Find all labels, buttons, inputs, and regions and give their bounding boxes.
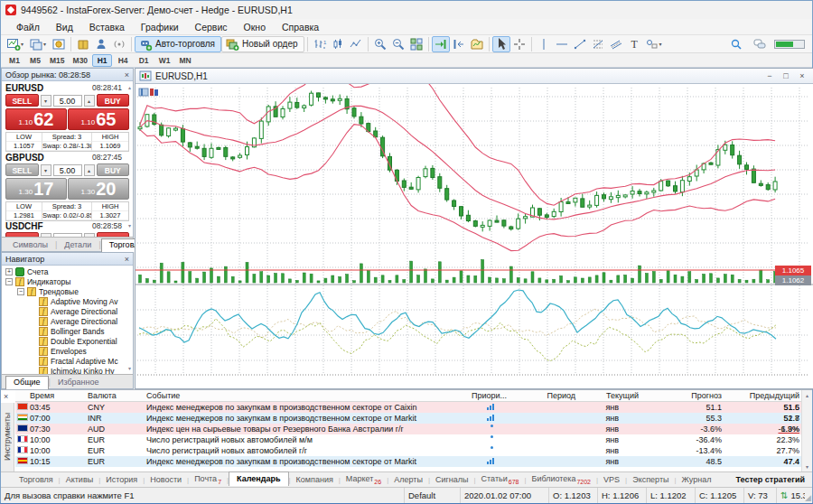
timeframe-M1[interactable]: M1 bbox=[5, 54, 24, 67]
tree-item[interactable]: fBollinger Bands bbox=[2, 326, 133, 336]
market-watch-scroll-up-icon[interactable]: ▴ bbox=[128, 84, 131, 90]
sell-button[interactable]: SELL bbox=[5, 163, 39, 176]
channel-button[interactable] bbox=[607, 36, 625, 52]
timeframe-M15[interactable]: M15 bbox=[46, 54, 69, 67]
tree-item[interactable]: +Счета bbox=[2, 266, 133, 276]
bar-chart-mode-button[interactable]: 1 bbox=[311, 36, 329, 52]
toolbox-tab-Почта[interactable]: Почта7 bbox=[189, 473, 227, 486]
tree-item[interactable]: fFractal Adaptive Mc bbox=[2, 356, 133, 366]
volume-up-button[interactable]: ▴ bbox=[84, 95, 95, 107]
chart-title-bar[interactable]: EURUSD,H1 − □ × bbox=[136, 69, 813, 84]
toolbox-side-tab[interactable]: Инструменты bbox=[1, 403, 14, 471]
tree-item[interactable]: −fТрендовые bbox=[2, 286, 133, 296]
text-label-button[interactable]: T bbox=[625, 36, 643, 52]
column-header-4[interactable]: Приори... bbox=[472, 391, 517, 400]
menu-item-Графики[interactable]: Графики bbox=[133, 20, 187, 34]
collapse-minus-icon[interactable]: − bbox=[17, 288, 24, 295]
chart-canvas[interactable] bbox=[136, 84, 813, 389]
toolbox-tab-Новости[interactable]: Новости bbox=[145, 474, 187, 485]
market-window-button[interactable] bbox=[50, 36, 68, 52]
tree-item[interactable]: fDouble Exponential bbox=[2, 336, 133, 346]
timeframe-M30[interactable]: M30 bbox=[70, 54, 92, 67]
toolbox-tab-Журнал[interactable]: Журнал bbox=[677, 474, 717, 485]
navigator-scroll-down-icon[interactable]: ▾ bbox=[128, 365, 131, 371]
timeframe-M5[interactable]: M5 bbox=[25, 54, 45, 67]
tree-item[interactable]: fAdaptive Moving Av bbox=[2, 296, 133, 306]
calendar-scrollbar[interactable]: ▴ ▾ bbox=[801, 390, 812, 471]
market-watch-tab-Детали[interactable]: Детали bbox=[57, 239, 98, 251]
volume-field[interactable]: 5.00 bbox=[53, 164, 82, 176]
volume-down-button[interactable]: ▾ bbox=[41, 95, 51, 107]
signals-broadcast-button[interactable] bbox=[110, 36, 128, 52]
buy-button[interactable]: BUY bbox=[97, 94, 130, 107]
bid-price[interactable]: 1.1062 bbox=[5, 108, 67, 130]
market-watch-close-icon[interactable]: × bbox=[125, 70, 129, 79]
timeframe-H1[interactable]: H1 bbox=[92, 54, 112, 67]
toolbox-tab-VPS[interactable]: VPS bbox=[598, 474, 625, 485]
timeframe-W1[interactable]: W1 bbox=[154, 54, 174, 67]
new-chart-button[interactable] bbox=[5, 36, 23, 52]
buy-button[interactable]: BUY bbox=[97, 163, 130, 176]
volume-field[interactable]: 5.00 bbox=[53, 95, 82, 107]
toolbox-tab-Библиотека[interactable]: Библиотека7202 bbox=[527, 473, 597, 486]
tree-item[interactable]: fAverage Directional bbox=[2, 306, 133, 316]
shapes-button[interactable] bbox=[643, 36, 661, 52]
toolbox-close-icon[interactable]: × bbox=[4, 392, 8, 401]
bid-price[interactable]: 1.3017 bbox=[5, 178, 67, 200]
tree-item[interactable]: fEnvelopes bbox=[2, 346, 133, 356]
column-header-6[interactable]: Текущий bbox=[565, 391, 639, 400]
volume-up-button[interactable]: ▴ bbox=[84, 164, 95, 176]
menu-item-Вид[interactable]: Вид bbox=[48, 20, 81, 34]
toolbox-tab-Алерты[interactable]: Алерты bbox=[388, 474, 428, 485]
toolbox-tab-Статьи[interactable]: Статьи678 bbox=[476, 473, 525, 486]
resize-grip-icon[interactable]: ◢ bbox=[805, 493, 811, 502]
column-header-3[interactable]: Событие bbox=[146, 391, 180, 400]
new-chart-dropdown-icon[interactable]: ▾ bbox=[21, 41, 27, 47]
trendline-button[interactable] bbox=[571, 36, 589, 52]
zoom-in-button[interactable] bbox=[371, 36, 389, 52]
auto-scroll-button[interactable] bbox=[432, 36, 450, 52]
chart-shift-button[interactable] bbox=[450, 36, 468, 52]
toolbox-tab-Активы[interactable]: Активы bbox=[61, 474, 98, 485]
calendar-row[interactable]: 10:00EURЧисло регистраций новых автомоби… bbox=[15, 434, 801, 445]
menu-item-Сервис[interactable]: Сервис bbox=[187, 20, 236, 34]
menu-item-Справка[interactable]: Справка bbox=[274, 20, 327, 34]
toolbox-tab-Эксперты[interactable]: Эксперты bbox=[627, 474, 674, 485]
symbol-row[interactable]: EURUSD08:28:41 bbox=[2, 82, 133, 93]
calendar-header-row[interactable]: ВремяВалютаСобытиеПриори...ПериодТекущий… bbox=[15, 390, 801, 402]
horizontal-line-button[interactable] bbox=[553, 36, 571, 52]
tree-item[interactable]: fAverage Directional bbox=[2, 316, 133, 326]
indicators-button[interactable] bbox=[468, 36, 486, 52]
symbol-row[interactable]: GBPUSD08:27:45 bbox=[2, 152, 133, 163]
menu-item-Файл[interactable]: Файл bbox=[8, 20, 48, 34]
status-profile[interactable]: Default bbox=[404, 488, 460, 503]
calendar-row[interactable]: 07:00INRИндекс менеджеров по закупкам в … bbox=[15, 413, 801, 424]
cursor-button[interactable] bbox=[492, 36, 510, 52]
chart-maximize-icon[interactable]: □ bbox=[779, 71, 793, 80]
auto-trading-button[interactable]: Авто-торговля bbox=[135, 36, 221, 52]
volume-down-button[interactable]: ▾ bbox=[41, 164, 51, 176]
tile-windows-button[interactable] bbox=[407, 36, 425, 52]
column-header-2[interactable]: Валюта bbox=[88, 391, 117, 400]
economic-calendar-button[interactable] bbox=[74, 36, 92, 52]
calendar-row[interactable]: 03:45CNYИндекс менеджеров по закупкам в … bbox=[15, 402, 801, 413]
collapse-minus-icon[interactable]: − bbox=[5, 278, 13, 285]
vertical-line-button[interactable] bbox=[535, 36, 553, 52]
timeframe-D1[interactable]: D1 bbox=[134, 54, 154, 67]
fibonacci-button[interactable] bbox=[589, 36, 607, 52]
expand-plus-icon[interactable]: + bbox=[5, 268, 13, 275]
ask-price[interactable]: 1.1065 bbox=[68, 108, 129, 130]
toolbox-tab-Компания[interactable]: Компания bbox=[291, 474, 339, 485]
search-icon[interactable] bbox=[727, 36, 745, 52]
crosshair-button[interactable] bbox=[510, 36, 528, 52]
tree-item[interactable]: −fИндикаторы bbox=[2, 276, 133, 286]
toolbox-tab-Торговля[interactable]: Торговля bbox=[14, 474, 59, 485]
ask-price[interactable]: 1.3020 bbox=[68, 178, 129, 200]
zoom-out-button[interactable] bbox=[389, 36, 407, 52]
line-chart-mode-button[interactable] bbox=[347, 36, 365, 52]
navigator-tab-Общие[interactable]: Общие bbox=[5, 376, 49, 389]
symbol-row[interactable]: USDCHF08:28:58 bbox=[2, 220, 133, 231]
toolbox-tab-Маркет[interactable]: Маркет26 bbox=[341, 473, 387, 486]
navigator-tab-Избранное[interactable]: Избранное bbox=[51, 377, 107, 388]
strategy-tester-label[interactable]: Тестер стратегий bbox=[736, 475, 806, 484]
